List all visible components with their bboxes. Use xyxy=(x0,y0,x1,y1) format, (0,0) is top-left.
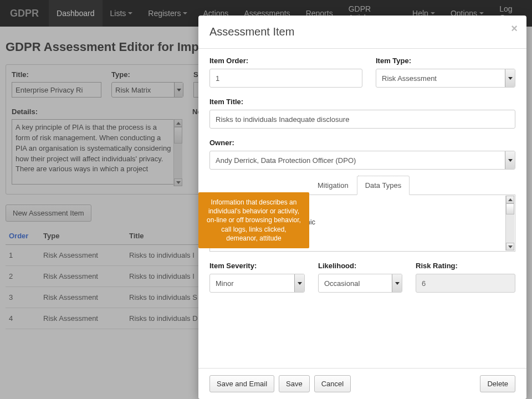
risk-rating-label: Risk Rating: xyxy=(416,262,515,270)
chevron-down-icon[interactable] xyxy=(505,69,515,87)
scrollbar[interactable] xyxy=(505,196,514,250)
severity-label: Item Severity: xyxy=(209,262,305,270)
modal-title: Assessment Item xyxy=(209,25,515,38)
risk-rating-output xyxy=(416,274,515,293)
item-order-label: Item Order: xyxy=(209,57,362,65)
cancel-button[interactable]: Cancel xyxy=(314,375,351,392)
modal-tabs: Mitigation Data Types xyxy=(309,175,515,195)
delete-button[interactable]: Delete xyxy=(480,375,515,392)
likelihood-label: Likelihood: xyxy=(318,262,402,270)
save-and-email-button[interactable]: Save and Email xyxy=(209,375,274,392)
owner-label: Owner: xyxy=(209,139,515,147)
tooltip: Information that describes an individual… xyxy=(198,192,309,248)
tab-data-types[interactable]: Data Types xyxy=(357,176,410,195)
modal-footer: Save and Email Save Cancel Delete xyxy=(198,368,526,399)
severity-select[interactable] xyxy=(209,274,305,293)
item-title-label: Item Title: xyxy=(209,98,515,106)
chevron-down-icon[interactable] xyxy=(505,151,515,169)
owner-select[interactable] xyxy=(209,151,515,170)
scroll-up-icon[interactable] xyxy=(506,196,514,203)
item-order-input[interactable] xyxy=(209,69,362,88)
chevron-down-icon[interactable] xyxy=(392,274,402,292)
item-title-input[interactable] xyxy=(209,110,515,129)
likelihood-select[interactable] xyxy=(318,274,402,293)
tab-mitigation[interactable]: Mitigation xyxy=(309,176,357,195)
item-type-select[interactable] xyxy=(376,69,515,88)
scroll-thumb[interactable] xyxy=(506,203,514,214)
chevron-down-icon[interactable] xyxy=(294,274,304,292)
scroll-down-icon[interactable] xyxy=(506,243,514,250)
save-button[interactable]: Save xyxy=(279,375,310,392)
item-type-label: Item Type: xyxy=(376,57,515,65)
close-icon[interactable]: × xyxy=(511,22,518,35)
divider xyxy=(198,48,526,49)
